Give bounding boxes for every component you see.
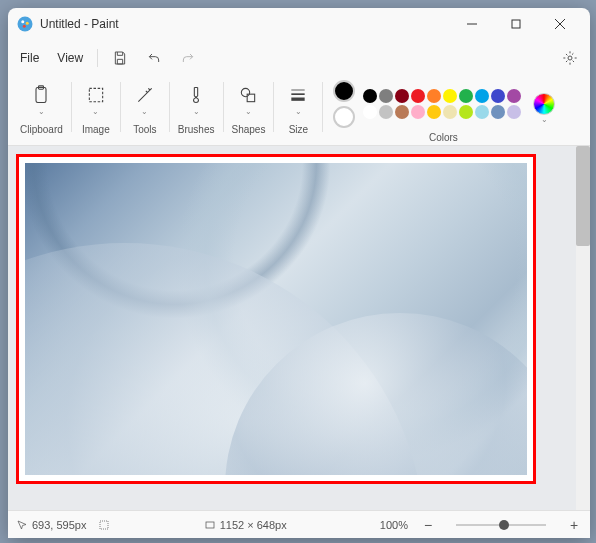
scrollbar-thumb[interactable] bbox=[576, 146, 590, 246]
shapes-button[interactable]: ⌄ bbox=[232, 83, 264, 118]
color-swatch-10[interactable] bbox=[363, 105, 377, 119]
canvas-area[interactable] bbox=[8, 146, 590, 510]
edit-colors-button[interactable]: ⌄ bbox=[533, 93, 555, 115]
label-size: Size bbox=[289, 124, 308, 135]
size-button[interactable]: ⌄ bbox=[282, 83, 314, 118]
separator bbox=[97, 49, 98, 67]
color-swatch-18[interactable] bbox=[491, 105, 505, 119]
svg-rect-17 bbox=[100, 521, 108, 529]
dimensions-icon bbox=[204, 519, 216, 531]
cursor-icon bbox=[16, 519, 28, 531]
svg-point-8 bbox=[568, 56, 572, 60]
color-swatch-15[interactable] bbox=[443, 105, 457, 119]
zoom-slider-thumb[interactable] bbox=[499, 520, 509, 530]
color-swatch-5[interactable] bbox=[443, 89, 457, 103]
group-image: ⌄ Image bbox=[76, 78, 116, 135]
color-swatch-2[interactable] bbox=[395, 89, 409, 103]
label-brushes: Brushes bbox=[178, 124, 215, 135]
color-swatch-19[interactable] bbox=[507, 105, 521, 119]
close-button[interactable] bbox=[538, 8, 582, 40]
group-colors: ⌄ Colors bbox=[327, 78, 559, 143]
group-brushes: ⌄ Brushes bbox=[174, 78, 219, 135]
color-swatch-0[interactable] bbox=[363, 89, 377, 103]
color-swatch-7[interactable] bbox=[475, 89, 489, 103]
selection-size bbox=[98, 519, 110, 531]
menubar: File View bbox=[8, 40, 590, 76]
save-button[interactable] bbox=[104, 42, 136, 74]
svg-rect-18 bbox=[206, 522, 214, 528]
group-clipboard: ⌄ Clipboard bbox=[16, 78, 67, 135]
color-swatch-13[interactable] bbox=[411, 105, 425, 119]
app-window: Untitled - Paint File View ⌄ Clipboard ⌄… bbox=[8, 8, 590, 538]
group-shapes: ⌄ Shapes bbox=[228, 78, 270, 135]
canvas-image[interactable] bbox=[25, 163, 527, 475]
group-size: ⌄ Size bbox=[278, 78, 318, 135]
ribbon: ⌄ Clipboard ⌄ Image ⌄ Tools ⌄ Brushes bbox=[8, 76, 590, 146]
color-swatch-6[interactable] bbox=[459, 89, 473, 103]
label-shapes: Shapes bbox=[232, 124, 266, 135]
svg-point-1 bbox=[21, 20, 24, 23]
undo-button[interactable] bbox=[138, 42, 170, 74]
titlebar[interactable]: Untitled - Paint bbox=[8, 8, 590, 40]
vertical-scrollbar[interactable] bbox=[576, 146, 590, 510]
menu-file[interactable]: File bbox=[12, 47, 47, 69]
window-title: Untitled - Paint bbox=[40, 17, 119, 31]
secondary-color-swatch[interactable] bbox=[333, 106, 355, 128]
color-swatch-9[interactable] bbox=[507, 89, 521, 103]
svg-rect-5 bbox=[512, 20, 520, 28]
color-swatch-8[interactable] bbox=[491, 89, 505, 103]
label-image: Image bbox=[82, 124, 110, 135]
zoom-level: 100% bbox=[380, 519, 408, 531]
canvas-dimensions: 1152 × 648px bbox=[204, 519, 287, 531]
cursor-position: 693, 595px bbox=[16, 519, 86, 531]
settings-button[interactable] bbox=[554, 42, 586, 74]
label-colors: Colors bbox=[429, 132, 458, 143]
paste-button[interactable]: ⌄ bbox=[25, 83, 57, 118]
label-tools: Tools bbox=[133, 124, 156, 135]
color-swatch-1[interactable] bbox=[379, 89, 393, 103]
zoom-out-button[interactable]: − bbox=[420, 517, 436, 533]
menu-view[interactable]: View bbox=[49, 47, 91, 69]
svg-point-2 bbox=[26, 22, 29, 25]
color-swatch-14[interactable] bbox=[427, 105, 441, 119]
color-swatch-17[interactable] bbox=[475, 105, 489, 119]
color-palette bbox=[363, 89, 521, 119]
select-button[interactable]: ⌄ bbox=[80, 83, 112, 118]
statusbar: 693, 595px 1152 × 648px 100% − + bbox=[8, 510, 590, 538]
paint-app-icon bbox=[16, 15, 34, 33]
color-swatch-4[interactable] bbox=[427, 89, 441, 103]
svg-rect-9 bbox=[36, 87, 46, 102]
primary-color-swatch[interactable] bbox=[333, 80, 355, 102]
svg-rect-11 bbox=[89, 88, 102, 101]
selection-highlight bbox=[16, 154, 536, 484]
svg-point-12 bbox=[242, 88, 250, 96]
svg-point-3 bbox=[23, 25, 26, 28]
zoom-slider[interactable] bbox=[456, 524, 546, 526]
color-swatch-11[interactable] bbox=[379, 105, 393, 119]
label-clipboard: Clipboard bbox=[20, 124, 63, 135]
maximize-button[interactable] bbox=[494, 8, 538, 40]
color-swatch-12[interactable] bbox=[395, 105, 409, 119]
redo-button[interactable] bbox=[172, 42, 204, 74]
minimize-button[interactable] bbox=[450, 8, 494, 40]
svg-point-0 bbox=[18, 17, 33, 32]
group-tools: ⌄ Tools bbox=[125, 78, 165, 135]
color-swatch-3[interactable] bbox=[411, 89, 425, 103]
selection-icon bbox=[98, 519, 110, 531]
zoom-in-button[interactable]: + bbox=[566, 517, 582, 533]
color-swatch-16[interactable] bbox=[459, 105, 473, 119]
brushes-button[interactable]: ⌄ bbox=[180, 83, 212, 118]
tools-button[interactable]: ⌄ bbox=[129, 83, 161, 118]
